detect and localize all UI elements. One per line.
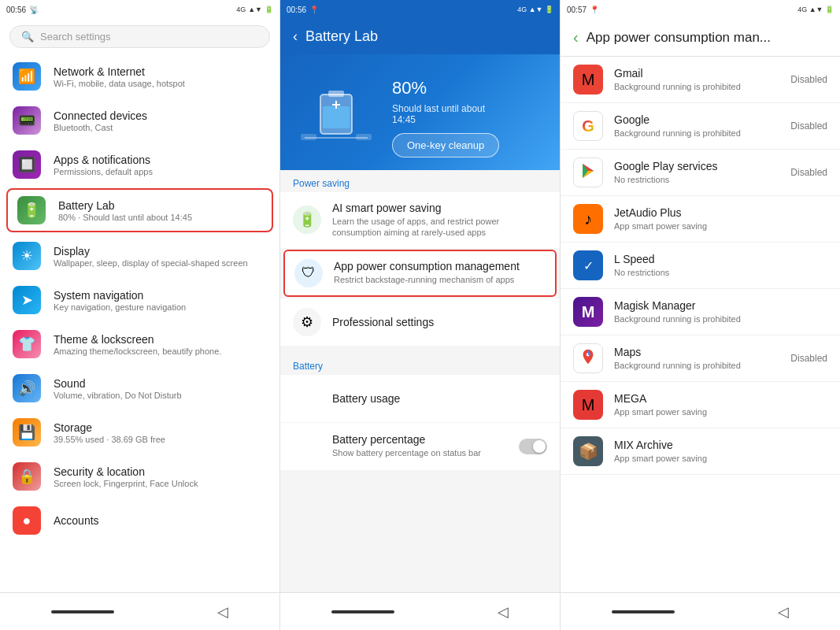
battery-menu-professional[interactable]: ⚙ Professional settings [280,298,560,346]
app-item-gplay[interactable]: Google Play services No restrictions Dis… [561,150,840,196]
back-button-3b[interactable]: ◁ [778,603,789,621]
item-icon-nav: ➤ [13,286,41,314]
back-button-2b[interactable]: ◁ [498,603,509,621]
item-title-accounts: Accounts [54,514,267,527]
app-item-google[interactable]: G Google Background running is prohibite… [561,103,840,150]
item-title-display: Display [54,245,267,258]
settings-item-storage[interactable]: 💾 Storage 39.55% used · 38.69 GB free [0,410,279,454]
home-indicator-1[interactable] [51,610,114,613]
app-icon-google: G [573,111,603,141]
item-icon-display: ☀ [13,242,41,270]
app-name-jetaudio: JetAudio Plus [614,206,827,219]
menu-icon-professional: ⚙ [293,308,321,336]
item-title-connected: Connected devices [54,109,267,122]
battery-menu-ai[interactable]: 🔋 AI smart power saving Learn the usage … [280,192,560,248]
back-button-3[interactable]: ‹ [573,28,579,46]
app-desc-maps: Background running is prohibited [614,360,769,371]
battery-menu-appmgr[interactable]: 🛡 App power consumption management Restr… [283,250,557,297]
svg-rect-7 [356,134,372,140]
settings-item-connected[interactable]: 📟 Connected devices Bluetooth, Cast [0,98,279,143]
settings-item-nav[interactable]: ➤ System navigation Key navigation, gest… [0,278,279,322]
menu-icon-ai: 🔋 [293,206,321,234]
battery-title: Battery Lab [305,28,378,45]
app-name-mixarchive: MIX Archive [614,439,827,451]
location-icon-2: 📍 [309,6,319,14]
section-divider [280,346,560,353]
menu-title-professional: Professional settings [332,316,547,328]
search-input[interactable]: Search settings [40,31,111,43]
app-name-gmail: Gmail [614,67,769,80]
svg-rect-1 [328,91,344,97]
menu-title-ai: AI smart power saving [332,202,547,214]
app-desc-jetaudio: App smart power saving [614,220,827,232]
settings-item-apps[interactable]: 🔲 Apps & notifications Permissions, defa… [0,143,279,187]
app-desc-google: Background running is prohibited [614,128,769,139]
app-item-maps[interactable]: Maps Background running is prohibited Di… [561,335,840,382]
battery-illustration [293,77,379,148]
item-subtitle-battery: 80% · Should last until about 14:45 [58,213,262,222]
search-bar[interactable]: 🔍 Search settings [9,25,270,48]
app-item-mega[interactable]: M MEGA App smart power saving [561,382,840,428]
app-name-maps: Maps [614,346,769,358]
settings-panel: 00:56 📡 4G ▲▼ 🔋 🔍 Search settings 📶 Netw… [0,0,280,630]
svg-rect-2 [323,106,350,128]
one-key-button[interactable]: One-key cleanup [392,133,499,158]
app-name-gplay: Google Play services [614,160,769,172]
battery-menu-usage[interactable]: Battery usage [280,375,560,422]
item-title-battery: Battery Lab [58,199,262,212]
app-item-jetaudio[interactable]: ♪ JetAudio Plus App smart power saving [561,196,840,243]
app-status-gmail: Disabled [780,74,827,85]
toggle-percent[interactable] [519,439,547,454]
settings-item-network[interactable]: 📶 Network & Internet Wi-Fi, mobile, data… [0,54,279,98]
home-indicator-3[interactable] [612,610,675,613]
item-title-network: Network & Internet [54,65,267,78]
app-name-lspeed: L Speed [614,253,827,265]
app-icon-magisk: M [573,297,603,327]
app-item-magisk[interactable]: M Magisk Manager Background running is p… [561,289,840,335]
settings-item-accounts[interactable]: ● Accounts [0,498,279,543]
settings-item-security[interactable]: 🔒 Security & location Screen lock, Finge… [0,454,279,498]
menu-sub-ai: Learn the usage of apps, and restrict po… [332,216,547,239]
settings-list: 📶 Network & Internet Wi-Fi, mobile, data… [0,54,279,592]
status-bar-3: 00:57 📍 4G ▲▼ 🔋 [561,0,840,19]
menu-title-appmgr: App power consumption management [334,260,546,272]
app-name-mega: MEGA [614,392,827,405]
item-icon-apps: 🔲 [13,150,41,179]
menu-title-percent: Battery percentage [332,433,508,446]
menu-icon-appmgr: 🛡 [294,259,323,287]
settings-item-sound[interactable]: 🔊 Sound Volume, vibration, Do Not Distur… [0,366,279,410]
settings-item-battery[interactable]: 🔋 Battery Lab 80% · Should last until ab… [6,188,273,232]
app-power-title: App power consumption man... [587,30,771,46]
status-bar-2: 00:56 📍 4G ▲▼ 🔋 [280,0,560,19]
app-icon-mixarchive: 📦 [573,436,603,466]
app-item-mixarchive[interactable]: 📦 MIX Archive App smart power saving [561,428,840,475]
app-power-header: ‹ App power consumption man... [561,19,840,57]
back-button-1[interactable]: ◁ [217,603,228,621]
status-time-1: 00:56 📡 [6,6,39,14]
app-item-gmail[interactable]: M Gmail Background running is prohibited… [561,57,840,103]
battery-hero: 80% Should last until about 14:45 One-ke… [280,54,560,170]
item-icon-security: 🔒 [13,462,41,491]
item-subtitle-display: Wallpaper, sleep, display of special-sha… [54,258,267,268]
battery-percent: 80% [392,67,547,98]
search-container: 🔍 Search settings [0,19,279,54]
back-button-2[interactable]: ‹ [293,28,298,45]
app-icon-lspeed: ✓ [573,250,603,280]
nav-bar-2: ◁ [280,592,560,630]
app-icon-mega: M [573,390,603,420]
settings-item-theme[interactable]: 👕 Theme & lockscreen Amazing theme/locks… [0,322,279,366]
battery-info: 80% Should last until about 14:45 One-ke… [392,67,547,158]
settings-item-display[interactable]: ☀ Display Wallpaper, sleep, display of s… [0,234,279,278]
app-desc-lspeed: No restrictions [614,267,827,278]
item-subtitle-nav: Key navigation, gesture navigation [54,302,267,312]
status-icons-1: 4G ▲▼ 🔋 [236,6,273,13]
item-subtitle-sound: Volume, vibration, Do Not Disturb [54,391,267,400]
battery-panel: 00:56 📍 4G ▲▼ 🔋 ‹ Battery Lab [280,0,561,630]
item-icon-accounts: ● [13,506,41,535]
home-indicator-2[interactable] [331,610,394,613]
battery-time: Should last until about 14:45 [392,103,547,125]
item-subtitle-connected: Bluetooth, Cast [54,123,267,132]
battery-menu-percent[interactable]: Battery percentage Show battery percenta… [280,423,560,470]
app-item-lspeed[interactable]: ✓ L Speed No restrictions [561,243,840,289]
app-icon-maps [573,343,603,373]
